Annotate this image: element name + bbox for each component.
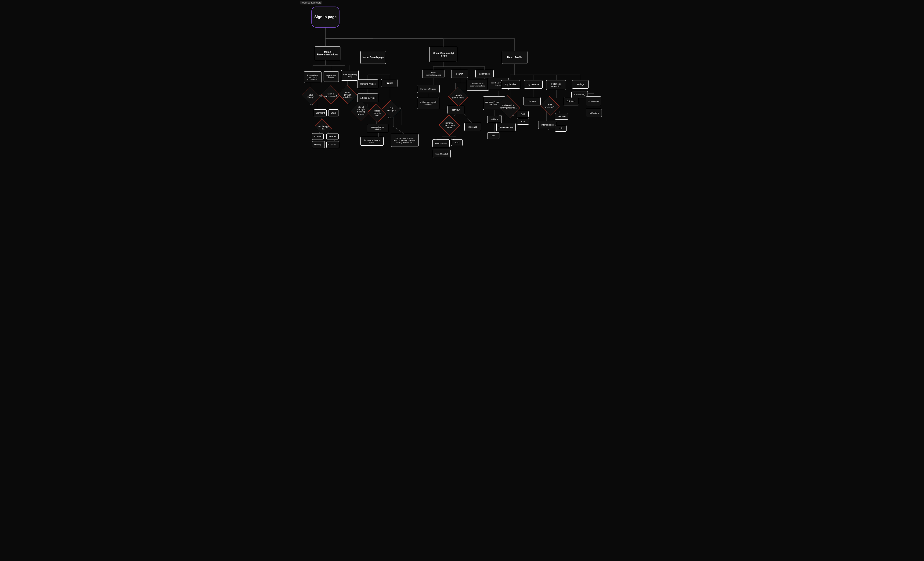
svg-line-59 [464, 114, 472, 124]
friend-removed-node: friend removed [432, 140, 450, 147]
menu-profile-label: Menu: Profile [507, 56, 522, 58]
add-friends-node: add friends [476, 70, 494, 78]
no-remove-label: No [452, 138, 454, 140]
add-library-node: Add [517, 111, 529, 117]
edit-privacy-node: Edit #privacy [572, 91, 588, 98]
yes-lib-label: Yes [499, 114, 502, 117]
exit-interest-node: Exit [555, 125, 567, 132]
my-interests-node: My Interests [524, 80, 543, 88]
edit-fol-node: Edit folo... [564, 97, 579, 105]
tab-label: Website flow chart [300, 1, 322, 4]
yes-label: Yes [318, 94, 322, 97]
notifications-node: Notifications [586, 109, 602, 117]
article-recently-node: article most recently read they ' [417, 97, 440, 109]
popular-friends-node: Popular with friends [324, 71, 339, 82]
sign-in-label: Sign in page [314, 15, 336, 19]
edit-settings-node: Edit settings? [384, 104, 398, 116]
friends-forum-rec-node: friends/ forum recommendations [466, 79, 489, 91]
yes-edit-label: Yes [388, 116, 391, 119]
choose-article-node: choose article to read [370, 107, 384, 119]
share-node: Share [328, 110, 339, 116]
no-label: No [310, 104, 313, 106]
no-edit-label: No [399, 107, 402, 110]
personal-info-node: Perso nal info [586, 96, 601, 106]
edit-interests-node: Edit interests? [543, 99, 557, 112]
personalized-lib-node: Personalized Library (For you/Today's... [304, 71, 321, 83]
settings-node: Settings [572, 80, 589, 88]
menu-community-node: Menu: Community/ Forum [429, 47, 458, 62]
menu-search-label: Menu: Search page [362, 56, 384, 58]
on-app-node: On the app or... [316, 122, 330, 133]
exit-friends-node: exit [487, 132, 500, 139]
trending-articles-node: Trending Articles [357, 80, 378, 88]
list-view-prof-node: List view [523, 97, 540, 105]
choose-action-node: Choose what action to perform (privacy, … [391, 134, 418, 147]
menu-search-node: Menu: Search page [360, 51, 386, 64]
library-removed-node: Library removed [496, 123, 516, 131]
flowchart-canvas: Website flow chart [298, 0, 626, 210]
comment-node: Comment [314, 110, 327, 116]
can-read-node: Can read or listen to article [360, 137, 384, 146]
remove-block-node: remove/ block/ heart friend [442, 118, 457, 132]
followers-node: Followers/ connecti... [546, 80, 566, 90]
menu-profile-node: Menu: Profile [502, 51, 528, 64]
save-library-node: Save library? [304, 90, 318, 102]
delete-library-node: Delete/edit a library (press/ho... [499, 99, 518, 114]
no-lib-label: No [512, 114, 514, 117]
menu-community-label: Menu: Community/ Forum [431, 52, 456, 57]
scroll-trending-node: Scroll through trending articles [354, 104, 368, 118]
list-view-comm-node: list view [447, 106, 464, 114]
view-friends-node: view friends/activities [422, 70, 444, 78]
remove-interest-node: Remove [555, 113, 568, 120]
svg-line-41 [393, 126, 405, 134]
scroll-article-node: Scroll through article list [340, 88, 355, 101]
leave-th-node: Leave th... [326, 141, 339, 148]
start-convo-node: Start a conversation? [324, 88, 338, 101]
profile-search-node: Profile [381, 79, 398, 87]
more-happening-node: More Happening Today [341, 70, 358, 81]
friends-profile-node: friends profile page [417, 85, 440, 93]
external-node: External [326, 133, 339, 140]
menu-rec-node: Menu: Recommendations [315, 46, 340, 60]
exit-block-node: exit [451, 140, 463, 146]
friend-hearted-node: friend hearted [433, 150, 450, 158]
search-comm-node: search [451, 70, 468, 78]
my-libraries-node: My libraries [501, 80, 520, 88]
internal-node: Internal [312, 133, 324, 140]
yes-remove-label: Yes [435, 138, 438, 140]
added-node: added! [487, 116, 502, 123]
message-comm-node: message [464, 123, 481, 131]
sign-in-node: Sign in page [311, 6, 339, 28]
interest-page-node: Interest page [538, 121, 557, 129]
menu-rec-label: Menu: Recommendations [316, 51, 339, 56]
check-saved-node: check out saved articles [367, 124, 388, 132]
exit-library-node: Exit [517, 118, 529, 124]
search-group-node: Search group/ friend [451, 90, 465, 104]
messag-node: Messag... [312, 141, 325, 148]
